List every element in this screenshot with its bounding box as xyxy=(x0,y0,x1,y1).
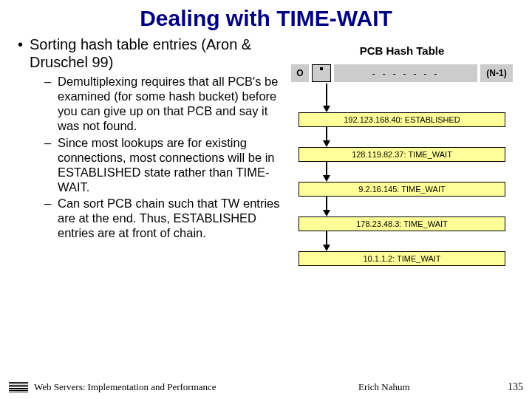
arrow-down-icon xyxy=(326,231,327,251)
sub-bullet: Demultiplexing requires that all PCB's b… xyxy=(44,74,287,134)
pcb-entry: 192.123.168.40: ESTABLISHED xyxy=(299,112,505,127)
hash-index-last: (N-1) xyxy=(480,64,513,82)
arrow-down-icon xyxy=(326,162,327,182)
hash-bucket-marker xyxy=(312,64,331,82)
slide-footer: Web Servers: Implementation and Performa… xyxy=(0,381,532,393)
right-column: PCB Hash Table O - - - - - - - (N-1) 192… xyxy=(291,35,513,266)
sub-bullet: Since most lookups are for existing conn… xyxy=(44,135,287,195)
hash-ellipsis: - - - - - - - xyxy=(334,64,477,82)
footer-center-text: Erich Nahum xyxy=(216,381,508,393)
main-bullet: Sorting hash table entries (Aron & Drusc… xyxy=(18,35,287,71)
left-column: Sorting hash table entries (Aron & Drusc… xyxy=(18,35,291,266)
footer-left-text: Web Servers: Implementation and Performa… xyxy=(34,381,216,393)
sub-bullet: Can sort PCB chain such that TW entries … xyxy=(44,196,287,240)
pcb-entry: 10.1.1.2: TIME_WAIT xyxy=(299,251,505,266)
arrow-down-icon xyxy=(326,197,327,216)
slide-content: Sorting hash table entries (Aron & Drusc… xyxy=(0,35,532,266)
arrow-down-icon xyxy=(326,127,327,147)
pcb-entry: 178.23.48.3: TIME_WAIT xyxy=(299,216,505,231)
slide-number: 135 xyxy=(508,381,523,393)
sub-bullet-list: Demultiplexing requires that all PCB's b… xyxy=(18,74,287,240)
slide-title: Dealing with TIME-WAIT xyxy=(0,0,532,35)
hash-indices-row: O - - - - - - - (N-1) xyxy=(291,64,513,82)
ibm-logo-icon xyxy=(9,382,28,392)
pcb-entry: 128.119.82.37: TIME_WAIT xyxy=(299,147,505,162)
pcb-entry: 9.2.16.145: TIME_WAIT xyxy=(299,182,505,197)
diagram-title: PCB Hash Table xyxy=(291,44,513,57)
arrow-down-icon xyxy=(326,83,327,112)
hash-index-first: O xyxy=(291,64,309,82)
